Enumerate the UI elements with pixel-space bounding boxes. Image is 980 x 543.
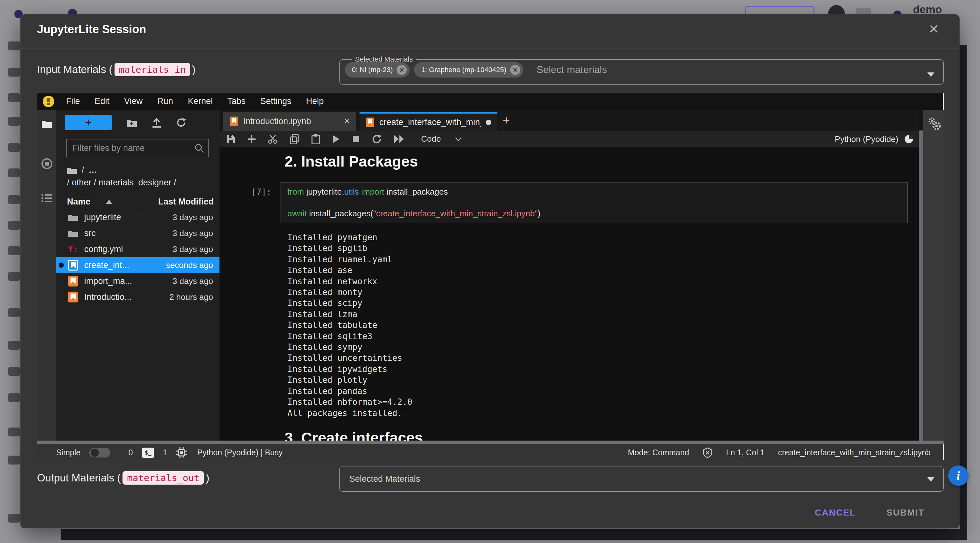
property-inspector-icon[interactable] xyxy=(927,117,941,131)
kernel-chip-icon[interactable] xyxy=(176,447,187,458)
new-launcher-button[interactable]: + xyxy=(65,115,111,130)
output-line: Installed ruamel.yaml xyxy=(288,254,919,265)
filter-files-input[interactable] xyxy=(67,139,208,157)
restart-kernel-icon[interactable] xyxy=(372,134,382,144)
breadcrumb-ellipsis[interactable]: … xyxy=(89,165,98,175)
menu-item-edit[interactable]: Edit xyxy=(88,96,117,106)
menu-item-view[interactable]: View xyxy=(117,96,150,106)
notebook-file-icon xyxy=(68,291,78,303)
insert-cell-icon[interactable] xyxy=(248,135,256,143)
code-cell[interactable]: from jupyterlite.utils import install_pa… xyxy=(280,182,908,223)
run-all-cells-icon[interactable] xyxy=(394,135,404,143)
chevron-down-icon xyxy=(455,137,462,141)
code-line: from jupyterlite.utils import install_pa… xyxy=(288,186,900,197)
menu-item-help[interactable]: Help xyxy=(299,96,331,106)
file-row-introductio-[interactable]: Introductio...2 hours ago xyxy=(56,289,220,305)
material-chip[interactable]: 0: Ni (mp-23)✕ xyxy=(345,62,410,78)
folder-icon xyxy=(67,213,79,221)
background-sidebar-icon xyxy=(8,41,20,50)
output-line: Installed monty xyxy=(288,287,919,298)
paste-cell-icon[interactable] xyxy=(311,134,320,144)
copy-cell-icon[interactable] xyxy=(290,134,299,144)
info-button[interactable]: i xyxy=(948,465,969,486)
select-materials-placeholder: Select materials xyxy=(536,64,607,76)
file-row-import-ma-[interactable]: import_ma...3 days ago xyxy=(56,273,220,289)
file-list: jupyterlite3 days agosrc3 days agoY:conf… xyxy=(56,209,220,305)
column-last-modified[interactable]: Last Modified xyxy=(141,194,220,209)
selected-materials-field[interactable]: Selected Materials 0: Ni (mp-23)✕1: Grap… xyxy=(339,55,943,84)
chip-remove-icon[interactable]: ✕ xyxy=(510,65,520,75)
tab-create-interface[interactable]: create_interface_with_min_ xyxy=(360,111,497,131)
cursor-position[interactable]: Ln 1, Col 1 xyxy=(726,448,765,457)
output-line: Installed sympy xyxy=(288,342,919,352)
command-mode-indicator[interactable]: Mode: Command xyxy=(628,448,689,457)
chevron-down-icon xyxy=(928,477,934,482)
notebook-file-icon xyxy=(67,275,79,287)
menu-item-tabs[interactable]: Tabs xyxy=(220,96,253,106)
file-row-config-yml[interactable]: Y:config.yml3 days ago xyxy=(56,241,220,257)
background-sidebar-icon xyxy=(8,367,20,376)
folder-icon[interactable] xyxy=(67,167,77,174)
cancel-button[interactable]: CANCEL xyxy=(815,508,856,518)
vertical-scrollbar[interactable] xyxy=(919,131,923,441)
running-kernels-tab-icon[interactable] xyxy=(41,158,52,169)
cut-cell-icon[interactable] xyxy=(268,134,278,144)
file-browser-tab-icon[interactable] xyxy=(41,119,52,128)
menu-item-file[interactable]: File xyxy=(59,96,88,106)
kernel-name: Python (Pyodide) xyxy=(835,134,898,144)
simple-mode-toggle[interactable] xyxy=(89,448,110,457)
table-of-contents-tab-icon[interactable] xyxy=(41,193,52,203)
column-name[interactable]: Name xyxy=(56,197,141,207)
refresh-icon[interactable] xyxy=(176,118,186,127)
kernel-status-text[interactable]: Python (Pyodide) | Busy xyxy=(197,448,283,457)
file-modified: 3 days ago xyxy=(146,212,220,222)
breadcrumb-root[interactable]: / xyxy=(82,165,84,175)
add-tab-button[interactable]: + xyxy=(503,113,510,127)
chip-remove-icon[interactable]: ✕ xyxy=(396,65,407,75)
notebook-toolbar: Code Python (Pyodide) xyxy=(220,131,919,147)
jupyterlite-logo-icon xyxy=(43,96,54,107)
background-sidebar-icon xyxy=(8,308,20,317)
menu-item-run[interactable]: Run xyxy=(150,96,181,106)
upload-icon[interactable] xyxy=(152,118,161,127)
file-row-create-int-[interactable]: create_int...seconds ago xyxy=(56,257,220,273)
tab-introduction-ipynb[interactable]: Introduction.ipynb ✕ xyxy=(223,111,356,131)
output-materials-select[interactable]: Selected Materials xyxy=(339,466,943,492)
output-line: Installed plotly xyxy=(288,374,919,385)
chevron-down-icon[interactable] xyxy=(928,72,934,77)
stop-kernel-icon[interactable] xyxy=(352,135,360,143)
jupyterlite-session-dialog: JupyterLite Session ✕ Input Materials ( … xyxy=(21,14,959,528)
breadcrumb-current-path[interactable]: / other / materials_designer / xyxy=(67,178,220,188)
output-materials-label: Output Materials ( materials_out ) xyxy=(37,471,209,485)
material-chip[interactable]: 1: Graphene (mp-1040425)✕ xyxy=(414,62,523,78)
notebook-file-icon xyxy=(366,118,374,127)
background-sidebar-icon xyxy=(8,514,20,522)
new-folder-icon[interactable] xyxy=(126,118,137,127)
file-row-src[interactable]: src3 days ago xyxy=(56,225,220,241)
terminal-icon[interactable]: $_ xyxy=(142,447,154,458)
tab-close-icon[interactable]: ✕ xyxy=(343,116,351,126)
output-line: Installed tabulate xyxy=(288,320,919,331)
cell-type-select[interactable]: Code xyxy=(421,134,462,144)
menu-item-settings[interactable]: Settings xyxy=(253,96,299,106)
submit-button[interactable]: SUBMIT xyxy=(886,508,924,518)
file-modified: 2 hours ago xyxy=(146,292,220,302)
horizontal-scrollbar[interactable] xyxy=(37,441,943,444)
close-icon[interactable]: ✕ xyxy=(928,23,939,35)
simple-mode-label: Simple xyxy=(56,448,80,457)
file-row-jupyterlite[interactable]: jupyterlite3 days ago xyxy=(56,209,220,225)
material-chips-row: 0: Ni (mp-23)✕1: Graphene (mp-1040425)✕ … xyxy=(345,62,943,78)
jupyterlite-frame: FileEditViewRunKernelTabsSettingsHelp + xyxy=(37,93,943,460)
file-browser-toolbar: + xyxy=(56,110,220,130)
save-icon[interactable] xyxy=(226,135,235,143)
menu-items: FileEditViewRunKernelTabsSettingsHelp xyxy=(59,96,331,106)
run-cell-icon[interactable] xyxy=(332,135,340,143)
file-modified: seconds ago xyxy=(146,260,220,270)
trust-shield-icon[interactable] xyxy=(702,447,713,458)
notebook-scroll-area[interactable]: 2. Install Packages [7]: from jupyterlit… xyxy=(220,147,919,441)
material-chip-label: 0: Ni (mp-23) xyxy=(352,66,393,74)
output-line: Installed nbformat>=4.2.0 xyxy=(288,397,919,408)
kernel-indicator[interactable]: Python (Pyodide) xyxy=(835,131,914,147)
menu-item-kernel[interactable]: Kernel xyxy=(181,96,220,106)
kernels-count: 1 xyxy=(163,448,167,457)
